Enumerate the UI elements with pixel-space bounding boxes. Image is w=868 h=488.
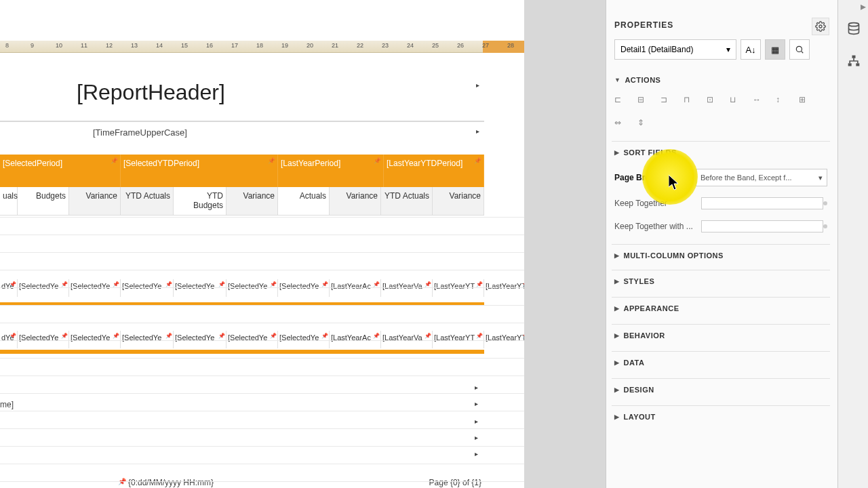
pin-icon[interactable]: 📌: [270, 333, 277, 339]
data-cell[interactable]: [LastYearVa📌: [381, 331, 433, 348]
data-cell[interactable]: [SelectedYe📌: [174, 279, 226, 297]
element-selector-dropdown[interactable]: Detail1 (DetailBand) ▾: [614, 39, 736, 60]
data-section-header[interactable]: ▶ DATA: [612, 352, 830, 373]
pin-icon[interactable]: 📌: [425, 281, 431, 287]
pin-icon[interactable]: 📌: [321, 281, 328, 287]
sub-header-row[interactable]: uals Budgets Variance YTD Actuals YTD Bu…: [0, 187, 484, 216]
pin-icon[interactable]: 📌: [113, 281, 119, 287]
pin-icon[interactable]: 📌: [218, 333, 225, 339]
period-header-cell[interactable]: [SelectedYTDPeriod]📌: [121, 155, 278, 187]
styles-section-header[interactable]: ▶ STYLES: [612, 270, 830, 292]
align-top-icon[interactable]: ⊓: [684, 95, 693, 104]
pin-icon[interactable]: 📌: [374, 157, 381, 164]
pin-icon[interactable]: 📌: [9, 333, 16, 339]
report-designer-canvas[interactable]: 8910111213141516171819202122232425262728…: [0, 0, 526, 488]
sub-header-cell[interactable]: YTD Budgets: [174, 187, 226, 216]
tag-icon[interactable]: ▸: [475, 418, 481, 424]
page-footer[interactable]: 📌 {0:dd/MM/yyyy HH:mm} Page {0} of {1}: [0, 478, 484, 488]
page-break-dropdown[interactable]: Before the Band, Except f... ▾: [696, 169, 827, 186]
data-cell[interactable]: [SelectedYe📌: [278, 331, 330, 348]
pin-icon[interactable]: 📌: [113, 333, 119, 339]
data-cell[interactable]: [SelectedYe📌: [121, 279, 174, 297]
pin-icon[interactable]: 📌: [321, 333, 328, 339]
sub-header-cell[interactable]: YTD Actuals: [121, 187, 174, 216]
pin-icon[interactable]: 📌: [165, 333, 172, 339]
align-center-h-icon[interactable]: ⊟: [637, 95, 647, 104]
pin-icon[interactable]: 📌: [476, 281, 483, 287]
sub-header-cell[interactable]: Actuals: [278, 187, 330, 216]
search-button[interactable]: [789, 39, 810, 60]
period-header-cell[interactable]: [LastYearPeriod]📌: [278, 155, 384, 187]
settings-button[interactable]: [812, 18, 829, 35]
pin-icon[interactable]: 📌: [111, 157, 118, 164]
align-right-icon[interactable]: ⊐: [660, 95, 670, 104]
pin-icon[interactable]: 📌: [61, 281, 68, 287]
actions-section-header[interactable]: ▼ ACTIONS: [612, 69, 830, 91]
pin-icon[interactable]: 📌: [9, 281, 16, 287]
pin-icon[interactable]: 📌: [270, 281, 277, 287]
design-section-header[interactable]: ▶ DESIGN: [612, 379, 830, 401]
data-cell[interactable]: [LastYearYT📌: [484, 279, 530, 297]
pin-icon[interactable]: 📌: [373, 281, 380, 287]
data-cell[interactable]: [LastYearYT📌: [433, 331, 484, 348]
sub-header-cell[interactable]: Variance: [69, 187, 121, 216]
sub-header-cell[interactable]: Variance: [226, 187, 278, 216]
pin-icon[interactable]: 📌: [61, 333, 68, 339]
data-cell[interactable]: [SelectedYe📌: [226, 331, 278, 348]
data-cell[interactable]: [SelectedYe📌: [121, 331, 174, 348]
sub-header-cell[interactable]: uals: [0, 187, 18, 216]
footer-page-field[interactable]: Page {0} of {1}: [429, 478, 481, 487]
data-cell[interactable]: [LastYearYT📌: [433, 279, 484, 297]
data-cell[interactable]: dYe📌: [0, 279, 18, 297]
appearance-section-header[interactable]: ▶ APPEARANCE: [612, 298, 830, 319]
data-cell[interactable]: dYe📌: [0, 331, 18, 348]
same-height-icon[interactable]: ↕: [776, 95, 785, 104]
data-cell[interactable]: [LastYearAc📌: [330, 279, 381, 297]
align-center-v-icon[interactable]: ⊡: [707, 95, 716, 104]
sub-header-cell[interactable]: YTD Actuals: [381, 187, 433, 216]
pin-icon[interactable]: 📌: [268, 157, 275, 164]
same-width-icon[interactable]: ↔: [753, 95, 762, 104]
data-cell[interactable]: [LastYearYT📌: [484, 331, 530, 348]
keep-together-checkbox[interactable]: [701, 197, 823, 209]
align-left-icon[interactable]: ⊏: [614, 95, 624, 104]
data-cell[interactable]: [LastYearAc📌: [330, 331, 381, 348]
tag-icon[interactable]: ▸: [476, 81, 483, 88]
sub-header-cell[interactable]: Variance: [330, 187, 381, 216]
data-cell[interactable]: [SelectedYe📌: [174, 331, 226, 348]
footer-date-field[interactable]: {0:dd/MM/yyyy HH:mm}: [128, 478, 214, 487]
group-name-field[interactable]: me]: [0, 400, 14, 409]
expand-panel-button[interactable]: ▸: [838, 0, 868, 12]
keep-together-with-checkbox[interactable]: [701, 220, 823, 232]
space-h-icon[interactable]: ⇔: [614, 118, 624, 127]
data-cell[interactable]: [SelectedYe📌: [69, 279, 121, 297]
categorized-button[interactable]: ▦: [765, 39, 785, 60]
tag-icon[interactable]: ▸: [475, 384, 481, 390]
sub-header-cell[interactable]: Budgets: [18, 187, 69, 216]
report-explorer-button[interactable]: [838, 45, 868, 77]
space-v-icon[interactable]: ⇕: [637, 118, 647, 127]
pin-icon[interactable]: 📌: [474, 157, 481, 164]
data-cell[interactable]: [SelectedYe📌: [18, 331, 69, 348]
pin-icon[interactable]: 📌: [373, 333, 380, 339]
data-cell[interactable]: [SelectedYe📌: [69, 331, 121, 348]
horizontal-ruler[interactable]: 8910111213141516171819202122232425262728…: [0, 41, 526, 53]
pin-icon[interactable]: 📌: [476, 333, 483, 339]
detail-data-row[interactable]: dYe📌[SelectedYe📌[SelectedYe📌[SelectedYe📌…: [0, 279, 530, 297]
tag-icon[interactable]: ▸: [475, 450, 481, 457]
data-cell[interactable]: [SelectedYe📌: [226, 279, 278, 297]
layout-section-header[interactable]: ▶ LAYOUT: [612, 406, 830, 428]
same-size-icon[interactable]: ⊞: [799, 95, 808, 104]
sort-az-button[interactable]: A↓: [741, 39, 761, 60]
pin-icon[interactable]: 📌: [218, 281, 225, 287]
period-header-cell[interactable]: [LastYearYTDPeriod]📌: [384, 155, 484, 187]
period-header-cell[interactable]: [SelectedPeriod]📌: [0, 155, 121, 187]
report-header-field[interactable]: [ReportHeader]: [77, 80, 225, 105]
field-list-button[interactable]: [838, 12, 868, 45]
behavior-section-header[interactable]: ▶ BEHAVIOR: [612, 325, 830, 346]
data-cell[interactable]: [SelectedYe📌: [278, 279, 330, 297]
sub-header-cell[interactable]: Variance: [433, 187, 484, 216]
tag-icon[interactable]: ▸: [475, 400, 481, 407]
period-header-row[interactable]: [SelectedPeriod]📌 [SelectedYTDPeriod]📌 […: [0, 155, 484, 187]
timeframe-field[interactable]: [TimeFrameUpperCase]: [93, 127, 187, 138]
